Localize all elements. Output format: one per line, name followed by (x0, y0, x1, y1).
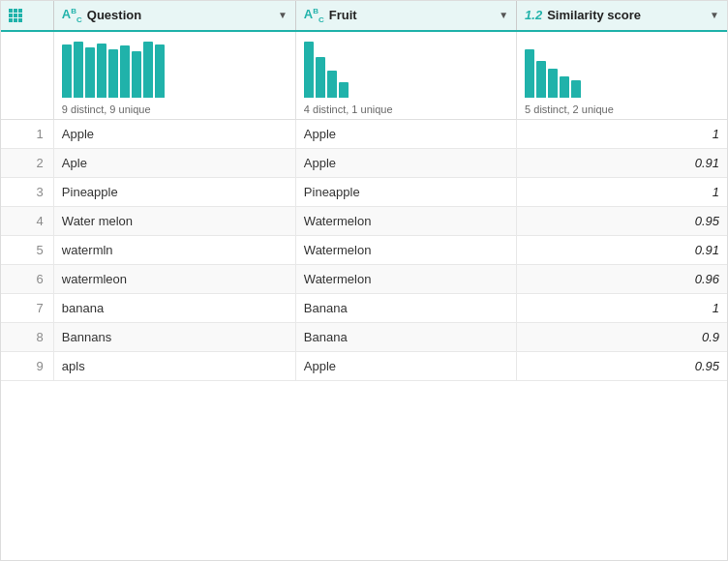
bar (327, 71, 337, 98)
similarity-cell: 1 (517, 177, 727, 206)
row-number: 4 (1, 206, 53, 235)
bar (571, 80, 581, 98)
row-number: 8 (1, 322, 53, 351)
question-header-label: Question (87, 8, 141, 22)
index-histogram-cell (1, 31, 53, 120)
fruit-cell: Watermelon (295, 264, 516, 293)
fruit-dropdown-arrow[interactable]: ▼ (499, 10, 508, 20)
question-cell: Aple (53, 148, 295, 177)
table-row: 4 Water melon Watermelon 0.95 (1, 206, 727, 235)
bar (304, 42, 314, 98)
similarity-cell: 0.91 (517, 235, 727, 264)
similarity-cell: 1 (517, 119, 727, 148)
fruit-cell: Banana (295, 293, 516, 322)
bar (132, 51, 141, 98)
similarity-cell: 0.95 (517, 206, 727, 235)
table-row: 3 Pineapple Pineapple 1 (1, 177, 727, 206)
similarity-dropdown-arrow[interactable]: ▼ (710, 10, 719, 20)
similarity-histogram-label: 5 distinct, 2 unique (525, 103, 614, 115)
table-row: 2 Aple Apple 0.91 (1, 148, 727, 177)
bar (548, 69, 558, 98)
table-row: 6 watermleon Watermelon 0.96 (1, 264, 727, 293)
question-dropdown-arrow[interactable]: ▼ (278, 10, 288, 20)
bar (97, 44, 106, 98)
fruit-histogram-bars (304, 40, 349, 98)
question-histogram-bars (62, 40, 165, 98)
row-number: 7 (1, 293, 53, 322)
table-row: 9 apls Apple 0.95 (1, 351, 727, 380)
question-cell: watermln (53, 235, 295, 264)
question-cell: banana (53, 293, 295, 322)
question-cell: Water melon (53, 206, 295, 235)
table-row: 8 Bannans Banana 0.9 (1, 322, 727, 351)
fruit-cell: Apple (295, 119, 516, 148)
row-number: 5 (1, 235, 53, 264)
fruit-cell: Banana (295, 322, 516, 351)
fruit-histogram-cell: 4 distinct, 1 unique (295, 31, 516, 120)
grid-icon (9, 9, 22, 22)
similarity-column-header[interactable]: 1.2 Similarity score ▼ (517, 1, 727, 31)
bar (143, 42, 153, 98)
bar (536, 61, 546, 98)
bar (339, 82, 349, 98)
similarity-cell: 0.95 (517, 351, 727, 380)
bar (62, 44, 72, 98)
question-cell: Apple (53, 119, 295, 148)
fruit-cell: Pineapple (295, 177, 516, 206)
similarity-header-label: Similarity score (547, 8, 641, 22)
abc-icon-fruit: ABC (304, 7, 324, 24)
similarity-histogram-bars (525, 40, 581, 98)
similarity-histogram-cell: 5 distinct, 2 unique (517, 31, 727, 120)
bar (316, 57, 325, 98)
row-number: 2 (1, 148, 53, 177)
question-histogram-label: 9 distinct, 9 unique (62, 103, 151, 115)
data-table: ABC Question ▼ ABC Fruit ▼ (0, 0, 728, 561)
row-number: 3 (1, 177, 53, 206)
question-cell: Pineapple (53, 177, 295, 206)
table-row: 5 watermln Watermelon 0.91 (1, 235, 727, 264)
question-histogram-cell: 9 distinct, 9 unique (53, 31, 295, 120)
fruit-column-header[interactable]: ABC Fruit ▼ (295, 1, 516, 31)
fruit-cell: Apple (295, 148, 516, 177)
fruit-header-label: Fruit (329, 8, 357, 22)
bar (560, 76, 569, 98)
bar (108, 49, 118, 98)
question-cell: Bannans (53, 322, 295, 351)
similarity-cell: 0.96 (517, 264, 727, 293)
number-icon-similarity: 1.2 (525, 8, 542, 22)
bar (155, 44, 165, 98)
table-row: 1 Apple Apple 1 (1, 119, 727, 148)
bar (120, 45, 130, 98)
row-number: 9 (1, 351, 53, 380)
abc-icon-question: ABC (62, 7, 82, 24)
index-header (1, 1, 53, 31)
similarity-cell: 1 (517, 293, 727, 322)
fruit-cell: Watermelon (295, 206, 516, 235)
similarity-cell: 0.91 (517, 148, 727, 177)
fruit-histogram-label: 4 distinct, 1 unique (304, 103, 393, 115)
fruit-cell: Apple (295, 351, 516, 380)
bar (85, 47, 95, 98)
similarity-cell: 0.9 (517, 322, 727, 351)
row-number: 1 (1, 119, 53, 148)
fruit-cell: Watermelon (295, 235, 516, 264)
bar (74, 42, 83, 98)
question-cell: watermleon (53, 264, 295, 293)
question-column-header[interactable]: ABC Question ▼ (53, 1, 295, 31)
row-number: 6 (1, 264, 53, 293)
question-cell: apls (53, 351, 295, 380)
table-row: 7 banana Banana 1 (1, 293, 727, 322)
bar (525, 49, 534, 98)
